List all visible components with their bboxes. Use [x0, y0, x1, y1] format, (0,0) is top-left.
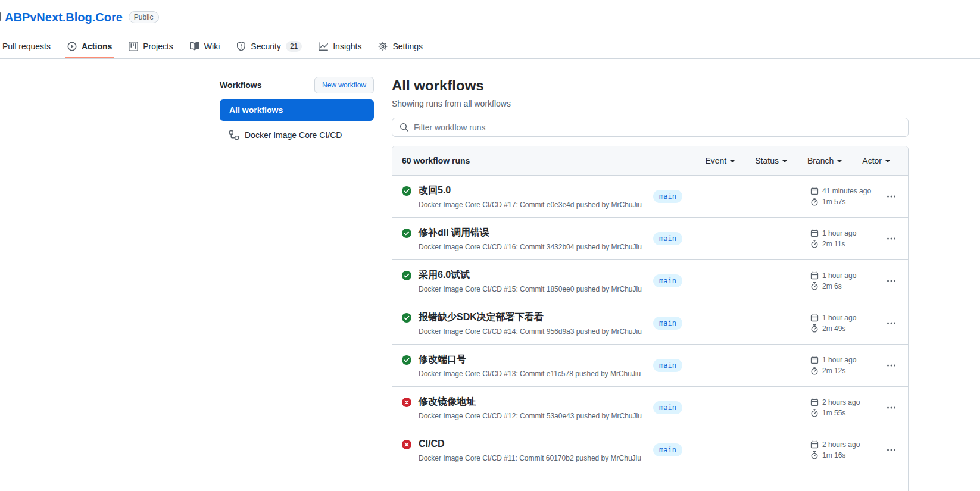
workflow-item-all-workflows[interactable]: All workflows — [220, 99, 374, 121]
repo-tabs: Pull requests Actions Projects Wiki Secu… — [0, 36, 980, 58]
calendar-icon — [810, 398, 819, 406]
filter-runs-box — [392, 118, 909, 137]
workflow-runs-card: 60 workflow runs Event Status Branch Act… — [392, 146, 909, 491]
filter-runs-input[interactable] — [414, 123, 901, 132]
runs-count: 60 workflow runs — [402, 156, 705, 165]
workflow-list: All workflows Docker Image Core CI/CD — [220, 99, 374, 146]
kebab-horizontal-icon — [887, 445, 896, 455]
stopwatch-icon — [810, 282, 819, 290]
kebab-horizontal-icon — [887, 276, 896, 286]
stopwatch-icon — [810, 367, 819, 375]
run-options-button[interactable] — [884, 443, 898, 457]
chevron-down-icon — [885, 160, 890, 162]
run-title-link[interactable]: 改回5.0 — [419, 183, 642, 198]
search-icon — [400, 123, 409, 132]
repo-header: ABPvNext.Blog.Core Public Pull requests … — [0, 0, 980, 59]
stopwatch-icon — [810, 324, 819, 333]
run-duration: 2m 11s — [822, 240, 845, 248]
repo-name-link[interactable]: ABPvNext.Blog.Core — [5, 11, 123, 24]
tab-counter-badge: 21 — [286, 41, 302, 52]
run-options-button[interactable] — [884, 316, 898, 330]
tab-projects[interactable]: Projects — [120, 36, 182, 58]
visibility-badge: Public — [129, 11, 159, 23]
calendar-icon — [810, 440, 819, 449]
calendar-icon — [810, 314, 819, 322]
branch-badge[interactable]: main — [653, 401, 682, 414]
branch-badge[interactable]: main — [653, 359, 682, 372]
actor-filter-dropdown[interactable]: Actor — [862, 156, 890, 165]
chevron-down-icon — [782, 160, 787, 162]
sidebar-title: Workflows — [220, 80, 262, 90]
workflow-icon — [229, 130, 239, 140]
run-title-link[interactable]: 报错缺少SDK决定部署下看看 — [419, 310, 642, 324]
run-time: 1 hour ago — [822, 314, 856, 322]
calendar-icon — [810, 187, 819, 195]
run-options-button[interactable] — [884, 274, 898, 288]
branch-badge[interactable]: main — [653, 274, 682, 287]
run-title-link[interactable]: 修补dll 调用错误 — [419, 226, 642, 240]
shield-icon — [236, 42, 246, 51]
kebab-horizontal-icon — [887, 403, 896, 412]
workflows-sidebar: Workflows New workflow All workflows Doc… — [220, 77, 374, 146]
run-time: 41 minutes ago — [822, 187, 871, 195]
repo-title-row: ABPvNext.Blog.Core Public — [0, 8, 980, 26]
filter-dropdown-label: Event — [705, 156, 726, 165]
branch-badge[interactable]: main — [653, 317, 682, 330]
run-detail: Docker Image Core CI/CD #16: Commit 3432… — [419, 242, 642, 252]
run-options-button[interactable] — [884, 232, 898, 246]
run-detail: Docker Image Core CI/CD #14: Commit 956d… — [419, 327, 642, 336]
runs-card-header: 60 workflow runs Event Status Branch Act… — [392, 146, 908, 175]
tab-settings[interactable]: Settings — [370, 36, 431, 58]
run-detail: Docker Image Core CI/CD #12: Commit 53a0… — [419, 411, 642, 421]
run-title-link[interactable]: 采用6.0试试 — [419, 268, 642, 282]
run-title-link[interactable]: 修改端口号 — [419, 352, 641, 367]
tab-label: Pull requests — [2, 42, 51, 51]
run-duration: 1m 57s — [822, 198, 845, 206]
page-subtitle: Showing runs from all workflows — [392, 99, 909, 108]
new-workflow-button[interactable]: New workflow — [314, 77, 374, 93]
run-detail: Docker Image Core CI/CD #13: Commit e11c… — [419, 369, 641, 379]
workflow-item-label: Docker Image Core CI/CD — [245, 129, 342, 141]
tab-label: Security — [251, 42, 281, 51]
play-icon — [67, 42, 77, 51]
run-options-button[interactable] — [884, 358, 898, 373]
kebab-horizontal-icon — [887, 318, 896, 328]
branch-badge[interactable]: main — [653, 190, 682, 203]
run-options-button[interactable] — [884, 189, 898, 204]
run-time: 2 hours ago — [822, 440, 860, 449]
runs-list-continuation — [392, 471, 908, 491]
workflow-run-row: 采用6.0试试 Docker Image Core CI/CD #15: Com… — [392, 259, 908, 302]
run-options-button[interactable] — [884, 401, 898, 415]
tab-label: Actions — [82, 42, 112, 51]
repo-icon — [0, 12, 2, 22]
branch-badge[interactable]: main — [653, 232, 682, 245]
tab-insights[interactable]: Insights — [310, 36, 370, 58]
runs-filters: Event Status Branch Actor — [705, 156, 898, 165]
run-title-link[interactable]: 修改镜像地址 — [419, 395, 642, 409]
run-title-link[interactable]: CI/CD — [419, 437, 641, 451]
run-time: 2 hours ago — [822, 398, 860, 406]
branch-badge[interactable]: main — [653, 443, 682, 456]
status-filter-dropdown[interactable]: Status — [755, 156, 787, 165]
filter-dropdown-label: Branch — [807, 156, 834, 165]
tab-actions[interactable]: Actions — [59, 36, 120, 58]
workflow-item-label: All workflows — [229, 104, 283, 116]
branch-filter-dropdown[interactable]: Branch — [807, 156, 842, 165]
tab-label: Insights — [333, 42, 361, 51]
check-circle-icon — [402, 229, 411, 238]
graph-icon — [319, 42, 328, 51]
tab-security[interactable]: Security 21 — [228, 36, 310, 58]
event-filter-dropdown[interactable]: Event — [705, 156, 735, 165]
run-time: 1 hour ago — [822, 356, 856, 364]
workflow-run-row: 修改镜像地址 Docker Image Core CI/CD #12: Comm… — [392, 386, 908, 429]
run-time: 1 hour ago — [822, 229, 856, 237]
chevron-down-icon — [730, 160, 735, 162]
workflow-item-docker-image-core-ci-cd[interactable]: Docker Image Core CI/CD — [220, 124, 374, 146]
repo-tab-bar: Pull requests Actions Projects Wiki Secu… — [0, 36, 980, 59]
x-circle-icon — [402, 440, 411, 449]
tab-wiki[interactable]: Wiki — [182, 36, 228, 58]
page-title: All workflows — [392, 77, 909, 95]
tab-label: Wiki — [204, 42, 220, 51]
tab-label: Projects — [143, 42, 173, 51]
tab-pull-requests[interactable]: Pull requests — [0, 36, 59, 58]
